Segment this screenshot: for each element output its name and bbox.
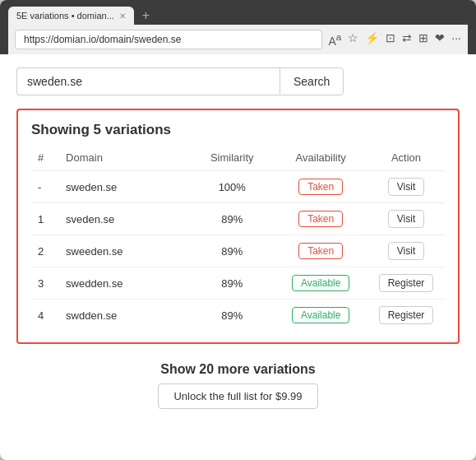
row-availability: Taken bbox=[274, 171, 367, 203]
results-title: Showing 5 variations bbox=[31, 122, 445, 138]
new-tab-icon[interactable]: + bbox=[137, 7, 155, 25]
row-domain: sweden.se bbox=[59, 171, 190, 203]
row-availability: Taken bbox=[274, 203, 367, 235]
show-more-title: Show 20 more variations bbox=[16, 362, 460, 377]
col-header-availability: Availability bbox=[274, 148, 367, 171]
col-header-action: Action bbox=[367, 148, 445, 171]
row-similarity: 89% bbox=[190, 203, 274, 235]
domain-table: # Domain Similarity Availability Action … bbox=[31, 148, 445, 331]
search-row: Search bbox=[16, 67, 460, 95]
row-domain: sveden.se bbox=[59, 203, 190, 235]
search-input[interactable] bbox=[16, 67, 280, 95]
row-similarity: 100% bbox=[190, 171, 274, 203]
col-header-num: # bbox=[31, 148, 59, 171]
row-action: Visit bbox=[367, 171, 445, 203]
row-num: 1 bbox=[31, 203, 59, 235]
bookmark-icon[interactable]: ☆ bbox=[348, 31, 358, 48]
availability-badge: Taken bbox=[298, 211, 343, 227]
row-num: 4 bbox=[31, 300, 59, 332]
availability-badge: Taken bbox=[298, 179, 343, 195]
table-header-row: # Domain Similarity Availability Action bbox=[31, 148, 445, 171]
visit-button[interactable]: Visit bbox=[388, 178, 424, 196]
visit-button[interactable]: Visit bbox=[388, 210, 424, 228]
row-availability: Taken bbox=[274, 235, 367, 267]
address-bar[interactable]: https://domian.io/domain/sweden.se bbox=[15, 30, 322, 49]
unlock-button[interactable]: Unlock the full list for $9.99 bbox=[158, 383, 317, 409]
page-content: Search Showing 5 variations # Domain Sim… bbox=[0, 54, 476, 425]
share-icon[interactable]: ❤ bbox=[435, 31, 445, 48]
browser-toolbar-icons: Aa ☆ ⚡ ⊡ ⇄ ⊞ ❤ ··· bbox=[329, 31, 462, 48]
extensions-icon[interactable]: ⚡ bbox=[365, 31, 379, 48]
browser-chrome: 5E variations • domian... ✕ + https://do… bbox=[0, 0, 476, 54]
col-header-domain: Domain bbox=[59, 148, 190, 171]
active-tab[interactable]: 5E variations • domian... ✕ bbox=[8, 7, 134, 25]
split-icon[interactable]: ⊡ bbox=[386, 31, 395, 48]
footer-section: Show 20 more variations Unlock the full … bbox=[16, 354, 460, 412]
tab-close-icon[interactable]: ✕ bbox=[119, 12, 126, 21]
collections-icon[interactable]: ⊞ bbox=[418, 31, 428, 48]
table-row: 4 swdden.se 89% Available Register bbox=[31, 300, 445, 332]
row-num: 2 bbox=[31, 235, 59, 267]
tab-label: 5E variations • domian... bbox=[16, 11, 114, 21]
col-header-similarity: Similarity bbox=[190, 148, 274, 171]
browser-window: 5E variations • domian... ✕ + https://do… bbox=[0, 0, 476, 460]
availability-badge: Available bbox=[292, 307, 349, 323]
favorites-icon[interactable]: ⇄ bbox=[402, 31, 412, 48]
row-similarity: 89% bbox=[190, 267, 274, 300]
address-bar-row: https://domian.io/domain/sweden.se Aa ☆ … bbox=[8, 25, 468, 54]
row-action: Visit bbox=[367, 235, 445, 267]
row-action: Register bbox=[367, 300, 445, 332]
row-num: 3 bbox=[31, 267, 59, 300]
register-button[interactable]: Register bbox=[379, 274, 434, 292]
availability-badge: Available bbox=[292, 275, 349, 291]
row-domain: swdden.se bbox=[59, 300, 190, 332]
row-action: Register bbox=[367, 267, 445, 300]
table-row: 2 sweeden.se 89% Taken Visit bbox=[31, 235, 445, 267]
availability-badge: Taken bbox=[298, 243, 343, 259]
results-panel: Showing 5 variations # Domain Similarity… bbox=[16, 109, 460, 344]
table-row: 1 sveden.se 89% Taken Visit bbox=[31, 203, 445, 235]
row-similarity: 89% bbox=[190, 300, 274, 332]
visit-button[interactable]: Visit bbox=[388, 242, 424, 260]
row-domain: swedden.se bbox=[59, 267, 190, 300]
row-availability: Available bbox=[274, 300, 367, 332]
font-icon[interactable]: Aa bbox=[329, 31, 342, 48]
row-similarity: 89% bbox=[190, 235, 274, 267]
row-num: - bbox=[31, 171, 59, 203]
row-availability: Available bbox=[274, 267, 367, 300]
tab-bar: 5E variations • domian... ✕ + bbox=[8, 7, 468, 25]
register-button[interactable]: Register bbox=[379, 306, 434, 324]
table-row: - sweden.se 100% Taken Visit bbox=[31, 171, 445, 203]
more-icon[interactable]: ··· bbox=[451, 31, 461, 48]
search-button[interactable]: Search bbox=[280, 67, 344, 95]
row-domain: sweeden.se bbox=[59, 235, 190, 267]
table-row: 3 swedden.se 89% Available Register bbox=[31, 267, 445, 300]
row-action: Visit bbox=[367, 203, 445, 235]
